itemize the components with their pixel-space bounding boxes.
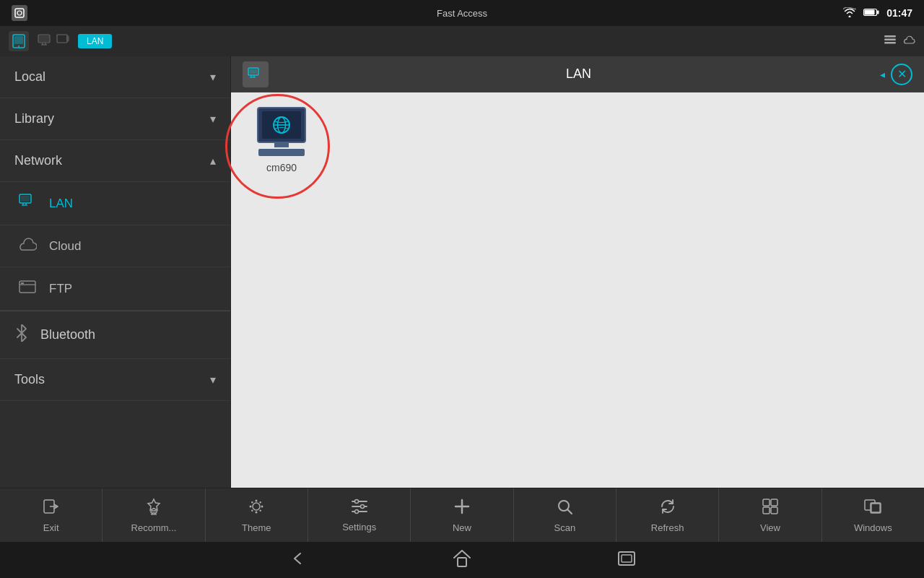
settings-icon [351, 499, 368, 519]
monitor-outer [257, 107, 306, 143]
svg-point-54 [354, 509, 358, 513]
scan-button[interactable]: Scan [514, 488, 616, 542]
sidebar-item-ftp[interactable]: FTP [0, 267, 230, 311]
triangle-indicator: ◂ [880, 69, 885, 80]
lan-icon [17, 194, 38, 213]
svg-rect-61 [763, 507, 770, 514]
scan-icon [556, 498, 573, 519]
monitor-icon[interactable] [38, 34, 51, 48]
back-button[interactable] [287, 551, 308, 570]
wifi-icon [843, 7, 856, 20]
svg-rect-25 [21, 282, 24, 284]
content-area: LAN ◂ ✕ [231, 56, 924, 506]
lan-badge[interactable]: LAN [78, 34, 112, 48]
svg-rect-59 [763, 499, 770, 506]
refresh-button[interactable]: Refresh [616, 488, 719, 542]
status-bar: Fast Access 01:47 [0, 0, 924, 26]
svg-rect-14 [67, 36, 69, 41]
windows-button[interactable]: Windows [822, 488, 924, 542]
recommend-label: Recomm... [131, 522, 177, 533]
content-body: cm690 [231, 92, 924, 506]
svg-rect-68 [622, 555, 632, 562]
device-icons [38, 34, 69, 48]
refresh-icon [659, 498, 676, 519]
toolbar: LAN [0, 26, 924, 56]
refresh-label: Refresh [651, 522, 684, 533]
sidebar-section-tools[interactable]: Tools ▾ [0, 359, 230, 401]
library-chevron: ▾ [210, 112, 216, 126]
nav-bar [0, 542, 924, 578]
cloud-icon[interactable] [902, 35, 915, 48]
svg-point-45 [251, 501, 253, 503]
scan-label: Scan [554, 522, 575, 533]
svg-point-46 [260, 509, 261, 511]
svg-rect-9 [39, 35, 49, 42]
svg-point-40 [253, 503, 260, 510]
time-display: 01:47 [886, 7, 912, 19]
recent-button[interactable] [616, 550, 637, 571]
svg-rect-16 [884, 39, 896, 41]
svg-point-44 [261, 505, 263, 507]
sidebar-local-label: Local [14, 69, 45, 85]
recommend-button[interactable]: Recomm... [103, 488, 205, 542]
desktop-icon[interactable] [56, 34, 69, 48]
tablet-view-icon[interactable] [9, 31, 29, 51]
close-button[interactable]: ✕ [891, 64, 912, 85]
view-button[interactable]: View [719, 488, 821, 542]
tools-chevron: ▾ [210, 373, 216, 387]
cloud-sidebar-icon [17, 237, 38, 255]
main-layout: Local ▾ Library ▾ Network ▴ L [0, 56, 924, 506]
svg-rect-0 [15, 9, 24, 17]
svg-rect-62 [771, 507, 777, 514]
content-header: LAN ◂ ✕ [231, 56, 924, 92]
theme-button[interactable]: Theme [206, 488, 308, 542]
settings-label: Settings [342, 522, 376, 532]
status-right-icons: 01:47 [843, 7, 912, 20]
sliders-icon[interactable] [884, 34, 897, 48]
svg-rect-15 [884, 35, 896, 38]
sidebar-section-library[interactable]: Library ▾ [0, 98, 230, 140]
content-tab-icon [243, 61, 269, 87]
svg-point-41 [256, 499, 258, 501]
svg-point-43 [250, 505, 252, 507]
computer-item-cm690[interactable]: cm690 [245, 107, 318, 173]
bluetooth-icon [14, 324, 29, 345]
keyboard [258, 149, 305, 156]
sidebar-item-lan[interactable]: LAN [0, 182, 230, 225]
windows-label: Windows [854, 522, 892, 533]
exit-icon [43, 498, 60, 519]
computer-name: cm690 [266, 162, 297, 173]
theme-icon [248, 498, 265, 519]
settings-button[interactable]: Settings [308, 488, 411, 542]
home-button[interactable] [452, 549, 472, 571]
svg-point-42 [256, 511, 258, 513]
sidebar: Local ▾ Library ▾ Network ▴ L [0, 56, 231, 506]
svg-rect-4 [877, 10, 879, 14]
monitor-inner [262, 111, 301, 139]
ftp-icon [17, 279, 38, 298]
svg-point-47 [260, 501, 261, 503]
exit-button[interactable]: Exit [0, 488, 103, 542]
svg-point-52 [360, 504, 364, 508]
sidebar-network-label: Network [14, 153, 62, 168]
svg-rect-64 [871, 503, 881, 513]
svg-rect-66 [458, 558, 466, 566]
view-label: View [760, 522, 780, 533]
app-icon [12, 5, 27, 21]
sidebar-library-label: Library [14, 111, 54, 126]
computer-icon [257, 107, 306, 156]
theme-label: Theme [242, 522, 271, 533]
svg-point-1 [17, 11, 22, 15]
new-button[interactable]: New [411, 488, 513, 542]
svg-line-58 [567, 509, 572, 514]
svg-point-7 [18, 46, 19, 47]
sidebar-cloud-label: Cloud [49, 239, 81, 254]
new-icon [453, 498, 471, 519]
sidebar-section-network[interactable]: Network ▴ [0, 140, 230, 182]
svg-point-50 [354, 499, 358, 503]
sidebar-item-cloud[interactable]: Cloud [0, 225, 230, 267]
sidebar-section-bluetooth[interactable]: Bluetooth [0, 311, 230, 359]
sidebar-section-local[interactable]: Local ▾ [0, 56, 230, 98]
svg-rect-13 [57, 35, 67, 43]
app-title: Fast Access [437, 8, 487, 19]
